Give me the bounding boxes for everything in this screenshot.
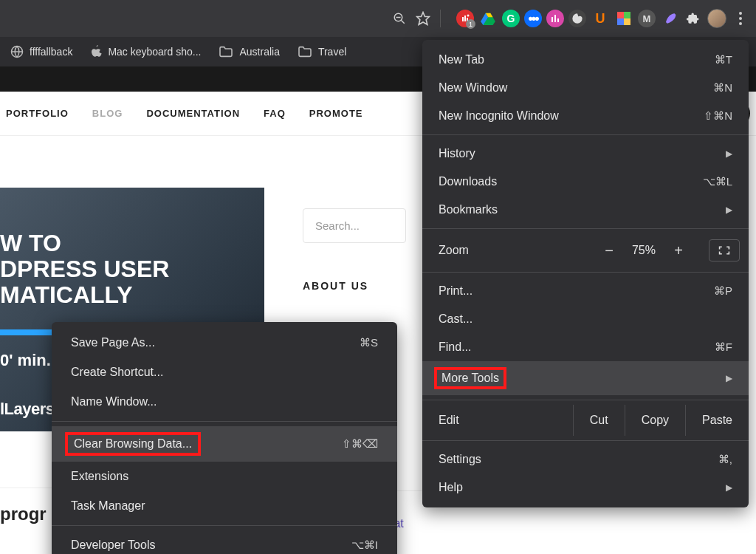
svg-rect-4 [462,17,464,21]
menu-new-tab[interactable]: New Tab ⌘T [422,46,749,74]
grammarly-extension-icon[interactable]: G [502,10,520,27]
menu-label: New Tab [439,53,484,66]
menu-label: New Window [439,81,507,95]
menu-label: Print... [439,284,472,298]
folder-icon [298,46,312,58]
ubersuggest-extension-icon[interactable]: U [591,9,610,28]
svg-marker-3 [417,13,430,25]
browser-toolbar: 1 G ••• U M [0,0,756,37]
submenu-clear-browsing-data[interactable]: Clear Browsing Data... ⇧⌘⌫ [52,426,397,462]
fullscreen-button[interactable] [709,239,740,261]
search-input[interactable]: Search... [303,208,406,243]
nav-portfolio[interactable]: PORTFOLIO [6,108,69,119]
bookmark-mac-keyboard[interactable]: Mac keyboard sho... [90,45,201,58]
bookmark-folder-travel[interactable]: Travel [298,46,346,58]
menu-label: Name Window... [71,395,157,408]
svg-rect-13 [557,18,559,22]
nav-documentation[interactable]: DOCUMENTATION [146,108,240,119]
edit-paste-button[interactable]: Paste [685,405,749,436]
svg-rect-15 [624,12,630,18]
submenu-name-window[interactable]: Name Window... [52,387,397,417]
zoom-in-button[interactable]: + [669,242,688,259]
gmail-extension-icon[interactable]: M [638,10,656,27]
submenu-task-manager[interactable]: Task Manager [52,491,397,521]
submenu-extensions[interactable]: Extensions [52,462,397,491]
menu-label: Create Shortcut... [71,366,163,379]
menu-label: Extensions [71,470,128,483]
bookmark-ffffallback[interactable]: ffffallback [10,45,72,58]
menu-incognito[interactable]: New Incognito Window ⇧⌘N [422,102,749,130]
menu-label: Clear Browsing Data... [65,432,201,456]
shortcut: ⌘, [718,453,732,466]
apple-icon [90,45,102,58]
submenu-developer-tools[interactable]: Developer Tools ⌥⌘I [52,530,397,554]
zoom-percent: 75% [632,244,656,257]
adblock-extension-icon[interactable]: 1 [456,10,474,27]
separator [422,228,749,229]
shortcut: ⌘F [715,341,732,354]
menu-find[interactable]: Find... ⌘F [422,333,749,361]
svg-rect-17 [624,18,630,25]
extension-icon-pink[interactable] [546,10,564,27]
svg-line-1 [401,20,405,24]
menu-help[interactable]: Help ▶ [422,473,749,502]
menu-zoom: Zoom − 75% + [422,233,749,267]
edit-copy-button[interactable]: Copy [625,405,685,436]
shortcut: ⌘S [360,336,378,349]
svg-point-7 [467,15,470,17]
chevron-right-icon: ▶ [726,373,732,383]
menu-label: Zoom [439,244,469,257]
chrome-menu-icon[interactable] [731,9,750,28]
edit-cut-button[interactable]: Cut [573,405,625,436]
svg-rect-14 [617,12,624,18]
menu-print[interactable]: Print... ⌘P [422,277,749,305]
separator [52,525,397,526]
extension-badge: 1 [466,19,475,29]
menu-label: Help [439,481,463,494]
menu-label: Bookmarks [439,203,498,216]
svg-point-18 [739,12,742,15]
nav-blog[interactable]: BLOG [92,108,123,119]
menu-bookmarks[interactable]: Bookmarks ▶ [422,196,749,224]
menu-label: Save Page As... [71,336,155,349]
hero-line: W TO [0,230,264,256]
extensions-puzzle-icon[interactable] [684,9,703,28]
menu-more-tools[interactable]: More Tools ▶ [422,361,749,395]
menu-label: Cast... [439,312,472,326]
submenu-create-shortcut[interactable]: Create Shortcut... [52,358,397,387]
zoom-out-button[interactable]: − [599,242,619,259]
menu-history[interactable]: History ▶ [422,140,749,168]
bookmark-star-icon[interactable] [413,9,433,28]
separator [52,421,397,422]
nav-faq[interactable]: FAQ [264,108,286,119]
svg-rect-5 [464,16,466,21]
menu-label: Downloads [439,175,497,188]
profile-avatar[interactable] [707,9,726,28]
lastpass-extension-icon[interactable]: ••• [524,10,542,27]
menu-label: Edit [439,405,459,436]
menu-label: More Tools [434,367,506,389]
nav-promote[interactable]: PROMOTE [309,108,363,119]
menu-new-window[interactable]: New Window ⌘N [422,74,749,102]
zoom-out-icon[interactable] [390,9,409,28]
submenu-save-page-as[interactable]: Save Page As... ⌘S [52,328,397,358]
feather-extension-icon[interactable] [660,9,679,28]
svg-point-19 [739,17,742,20]
drive-extension-icon[interactable] [478,9,498,28]
svg-rect-11 [551,17,553,22]
bookmark-label: ffffallback [30,46,72,58]
brand-text: lLayers [0,400,55,418]
rainbow-extension-icon[interactable] [614,9,633,28]
menu-label: History [439,147,475,160]
chrome-overflow-menu: New Tab ⌘T New Window ⌘N New Incognito W… [422,40,749,507]
menu-cast[interactable]: Cast... [422,305,749,333]
shortcut: ⌥⌘L [703,175,732,188]
bookmark-folder-australia[interactable]: Australia [219,46,279,58]
menu-edit-row: Edit Cut Copy Paste [422,405,749,436]
shortcut: ⇧⌘N [704,109,732,123]
menu-downloads[interactable]: Downloads ⌥⌘L [422,168,749,196]
menu-label: New Incognito Window [439,109,559,123]
menu-settings[interactable]: Settings ⌘, [422,445,749,473]
shortcut: ⌥⌘I [351,538,378,552]
extension-icon-swirl[interactable] [568,10,586,27]
